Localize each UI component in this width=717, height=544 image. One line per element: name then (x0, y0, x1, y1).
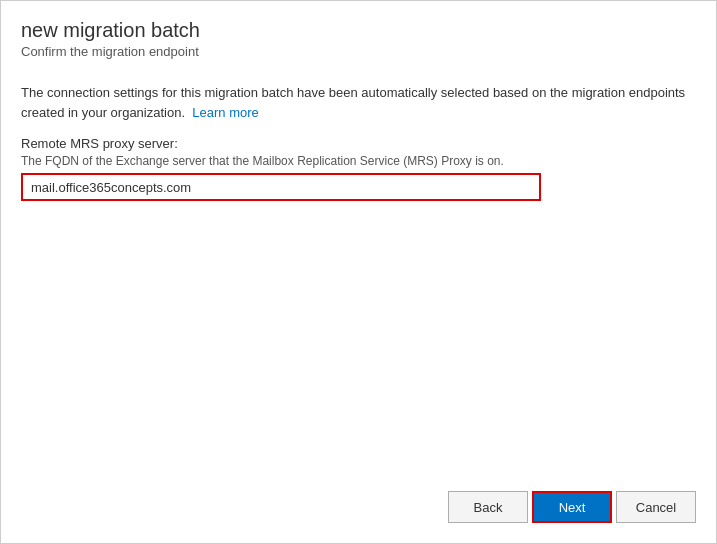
dialog-container: new migration batch Confirm the migratio… (0, 0, 717, 544)
input-wrapper (21, 173, 541, 201)
dialog-header: new migration batch Confirm the migratio… (1, 1, 716, 69)
dialog-body: The connection settings for this migrati… (1, 69, 716, 481)
mrs-proxy-server-input[interactable] (21, 173, 541, 201)
back-button[interactable]: Back (448, 491, 528, 523)
dialog-title: new migration batch (21, 19, 696, 42)
next-button[interactable]: Next (532, 491, 612, 523)
field-sublabel: The FQDN of the Exchange server that the… (21, 154, 696, 168)
dialog-footer: Back Next Cancel (1, 481, 716, 543)
dialog-subtitle: Confirm the migration endpoint (21, 44, 696, 59)
field-label: Remote MRS proxy server: (21, 136, 696, 151)
cancel-button[interactable]: Cancel (616, 491, 696, 523)
description-text: The connection settings for this migrati… (21, 83, 696, 122)
learn-more-link[interactable]: Learn more (192, 105, 258, 120)
